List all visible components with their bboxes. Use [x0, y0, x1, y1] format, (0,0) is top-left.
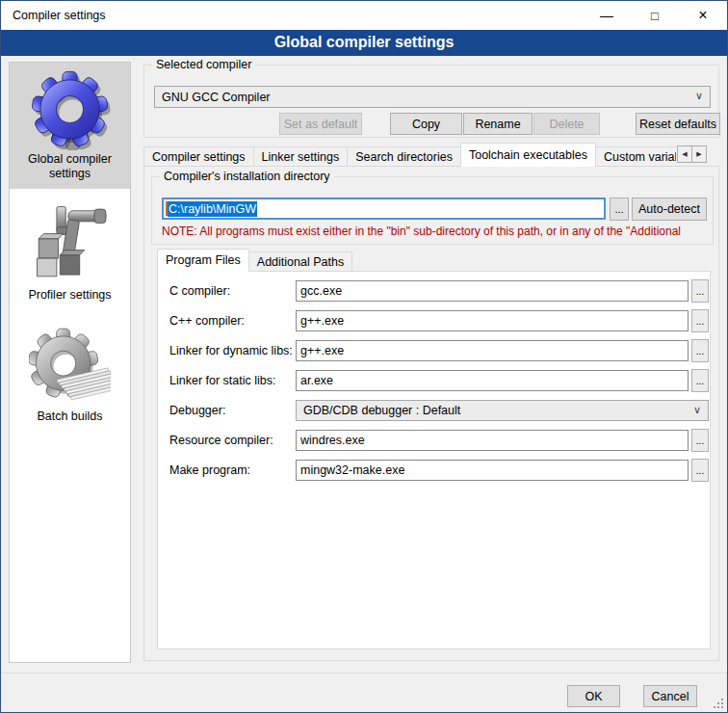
debugger-dropdown[interactable]: GDB/CDB debugger : Default∨	[296, 400, 709, 421]
blue-gear-icon	[28, 68, 113, 150]
c-compiler-browse-button[interactable]: ...	[691, 309, 709, 332]
field-row-linker-for-static-libs: Linker for static libs:...	[158, 370, 710, 395]
set-as-default-button[interactable]: Set as default	[279, 113, 362, 135]
field-label: Resource compiler:	[169, 434, 273, 447]
compiler-actions: Set as defaultCopyRenameDeleteReset defa…	[144, 113, 718, 135]
minimize-button[interactable]: —	[583, 1, 631, 30]
sidebar-item-label: Profiler settings	[12, 288, 128, 303]
field-label: C compiler:	[169, 284, 230, 298]
field-label: Linker for dynamic libs:	[169, 344, 293, 357]
footer-divider	[1, 673, 727, 673]
make-program-browse-button[interactable]: ...	[691, 459, 709, 482]
sidebar: Global compiler settings Profiler settin…	[9, 62, 131, 663]
sidebar-item-batch-builds[interactable]: Batch builds	[10, 320, 130, 432]
field-row-resource-compiler: Resource compiler:...	[158, 430, 710, 455]
window-title: Compiler settings	[13, 9, 106, 22]
subtab-program-files[interactable]: Program Files	[157, 249, 249, 272]
linker-for-static-libs-input[interactable]	[296, 370, 689, 391]
selected-compiler-group: Selected compiler GNU GCC Compiler ∨ Set…	[143, 65, 719, 138]
installation-directory-input[interactable]: C:\raylib\MinGW	[162, 198, 606, 220]
tab-scroll-right-button[interactable]: ▶	[691, 145, 707, 163]
reset-defaults-button[interactable]: Reset defaults	[636, 113, 720, 135]
c-compiler-browse-button[interactable]: ...	[691, 279, 709, 303]
tab-compiler-settings[interactable]: Compiler settings	[143, 146, 254, 167]
field-label: Debugger:	[169, 404, 225, 417]
program-files-panel: C compiler:...C++ compiler:...Linker for…	[157, 271, 711, 649]
gray-gear-stack-icon	[28, 326, 113, 408]
page-title: Global compiler settings	[1, 30, 727, 56]
auto-detect-button[interactable]: Auto-detect	[632, 198, 707, 221]
delete-button[interactable]: Delete	[533, 113, 600, 135]
ok-button[interactable]: OK	[567, 685, 620, 707]
chevron-down-icon: ∨	[693, 404, 701, 416]
sidebar-item-global-compiler-settings[interactable]: Global compiler settings	[10, 63, 130, 189]
sidebar-item-label: Global compiler settings	[12, 152, 128, 181]
sidebar-item-label: Batch builds	[12, 409, 128, 424]
field-label: C++ compiler:	[169, 314, 245, 328]
tab-search-directories[interactable]: Search directories	[347, 146, 461, 167]
subtab-additional-paths[interactable]: Additional Paths	[248, 251, 352, 272]
selected-compiler-group-label: Selected compiler	[152, 58, 255, 71]
close-button[interactable]: ×	[679, 1, 727, 30]
copy-button[interactable]: Copy	[390, 113, 462, 135]
chevron-down-icon: ∨	[695, 90, 703, 102]
maximize-button[interactable]: □	[631, 1, 679, 30]
installation-directory-group: Compiler's installation directory C:\ray…	[151, 176, 714, 245]
field-row-c-compiler: C compiler:...	[158, 280, 710, 305]
linker-for-static-libs-browse-button[interactable]: ...	[691, 369, 709, 392]
c-compiler-input[interactable]	[296, 280, 689, 302]
tab-scroll-buttons: ◀ ▶	[677, 145, 707, 163]
installation-directory-browse-button[interactable]: ...	[610, 198, 629, 221]
main-tab-bar: Compiler settingsLinker settingsSearch d…	[143, 143, 676, 167]
field-row-debugger: Debugger:GDB/CDB debugger : Default∨	[158, 400, 710, 425]
resize-grip-icon[interactable]	[714, 699, 724, 709]
installation-note: NOTE: All programs must exist either in …	[162, 224, 713, 238]
installation-directory-value: C:\raylib\MinGW	[168, 201, 257, 217]
field-label: Make program:	[169, 463, 250, 477]
caliper-icon	[28, 204, 113, 286]
tab-custom-variables[interactable]: Custom variables	[595, 146, 676, 167]
field-row-make-program: Make program:...	[158, 460, 710, 485]
programs-tab-bar: Program FilesAdditional Paths	[157, 249, 352, 272]
tab-scroll-left-button[interactable]: ◀	[677, 145, 692, 163]
sidebar-item-profiler-settings[interactable]: Profiler settings	[10, 198, 130, 310]
tab-toolchain-executables[interactable]: Toolchain executables	[460, 143, 596, 167]
field-row-c-compiler: C++ compiler:...	[158, 310, 710, 335]
compiler-settings-dialog: Compiler settings — □ × Global compiler …	[0, 0, 728, 713]
linker-for-dynamic-libs-input[interactable]	[296, 340, 689, 361]
field-value: GDB/CDB debugger : Default	[303, 404, 460, 417]
titlebar: Compiler settings — □ ×	[1, 1, 727, 30]
installation-directory-group-label: Compiler's installation directory	[160, 170, 334, 183]
linker-for-dynamic-libs-browse-button[interactable]: ...	[691, 339, 709, 362]
cancel-button[interactable]: Cancel	[643, 685, 697, 707]
make-program-input[interactable]	[296, 460, 689, 481]
resource-compiler-input[interactable]	[296, 430, 689, 451]
tab-linker-settings[interactable]: Linker settings	[253, 146, 349, 167]
selected-compiler-dropdown[interactable]: GNU GCC Compiler ∨	[154, 86, 711, 108]
c-compiler-input[interactable]	[296, 310, 689, 331]
field-row-linker-for-dynamic-libs: Linker for dynamic libs:...	[158, 340, 710, 365]
resource-compiler-browse-button[interactable]: ...	[691, 429, 709, 452]
rename-button[interactable]: Rename	[463, 113, 533, 135]
selected-compiler-value: GNU GCC Compiler	[162, 91, 271, 104]
field-label: Linker for static libs:	[169, 374, 275, 387]
